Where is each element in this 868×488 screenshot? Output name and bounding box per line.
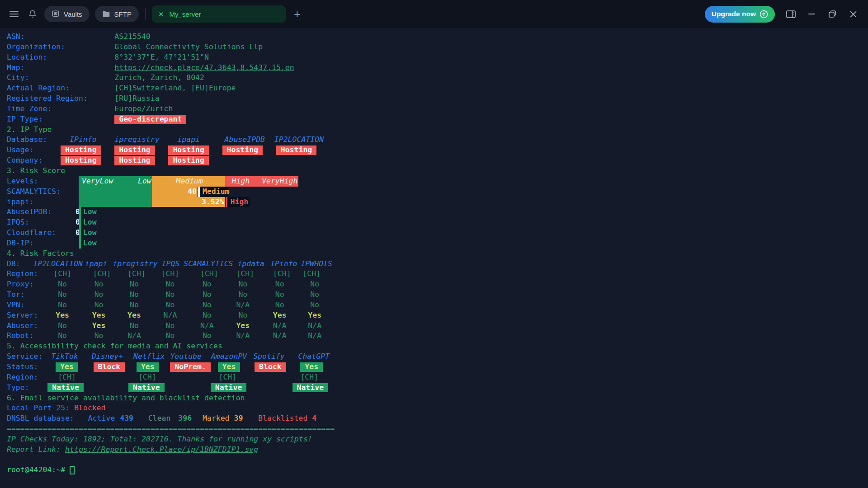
- report-link[interactable]: https://Report.Check.Place/ip/1BNZFDIP1.…: [65, 445, 258, 455]
- terminal-text: Status:: [7, 362, 38, 372]
- close-button[interactable]: [845, 6, 861, 22]
- terminal-text: [CH]: [273, 269, 291, 279]
- terminal-text: [CH]: [58, 372, 76, 383]
- terminal-line: AbuseIPDB:0Low: [7, 207, 868, 217]
- terminal-text: Location:: [7, 52, 47, 63]
- panel-toggle-button[interactable]: [783, 6, 798, 22]
- minimize-button[interactable]: [804, 6, 819, 22]
- terminal-line: Robot:NoNoN/ANoNoN/AN/AN/A: [7, 331, 868, 341]
- terminal-text: IPWHOIS: [301, 259, 332, 269]
- terminal-text: N/A: [200, 321, 214, 331]
- arrow-up-circle-icon: [760, 10, 768, 19]
- terminal-text: No: [130, 321, 139, 331]
- sftp-button[interactable]: SFTP: [95, 6, 139, 22]
- vaults-label: Vaults: [64, 10, 82, 18]
- terminal-text: ipapi:: [7, 197, 34, 207]
- terminal-text: Organization:: [7, 42, 65, 52]
- terminal-text: Blocked: [74, 403, 106, 413]
- map-link[interactable]: https://check.place/47.3643,8.5437,15,en: [114, 63, 294, 73]
- tab-label: My_server: [170, 10, 201, 18]
- menu-button[interactable]: [7, 8, 21, 20]
- terminal-text: Registered Region:: [7, 94, 88, 104]
- close-tab-icon[interactable]: ✕: [158, 11, 164, 18]
- terminal-text: Yes: [273, 310, 287, 321]
- terminal-text: Levels:: [7, 176, 38, 187]
- vaults-button[interactable]: Vaults: [44, 6, 90, 22]
- terminal-line: City:Zurich, Zurich, 8042: [7, 73, 868, 83]
- terminal-text: No: [275, 290, 284, 300]
- terminal-line: Server:YesYesYesN/ANoNoYesYes: [7, 310, 868, 321]
- section-title: 3. Risk Score: [7, 166, 65, 176]
- terminal-line: IP Type: Geo-discrepant: [7, 114, 868, 125]
- terminal-text: [79, 207, 81, 217]
- terminal-text: No: [166, 279, 175, 290]
- stats-line: IP Checks Today: 1892; Total: 202716. Th…: [7, 434, 312, 445]
- terminal-text: No: [130, 279, 139, 290]
- terminal-line: Usage: Hosting Hosting Hosting Hosting H…: [7, 145, 868, 155]
- separator: ========================================…: [7, 424, 335, 434]
- terminal-text: Native: [47, 383, 83, 393]
- notifications-button[interactable]: [26, 8, 39, 20]
- terminal-text: No: [94, 300, 104, 310]
- terminal-line: Tor:NoNoNoNoNoNoNoNo: [7, 290, 868, 300]
- terminal-line: Region:[CH][CH][CH][CH][CH][CH][CH][CH]: [7, 269, 868, 279]
- terminal[interactable]: ASN:AS215540Organization:Global Connecti…: [0, 28, 868, 488]
- terminal-text: TikTok: [51, 352, 78, 362]
- terminal-text: DB-IP:: [7, 238, 34, 249]
- terminal-line: 3. Risk Score: [7, 166, 868, 176]
- terminal-text: Yes: [92, 321, 106, 331]
- terminal-line: Local Port 25:Blocked: [7, 403, 868, 413]
- terminal-text: [CH]: [236, 269, 254, 279]
- geo-discrepant-badge: Geo-discrepant: [114, 115, 186, 124]
- section-title: 2. IP Type: [7, 125, 52, 135]
- terminal-text: Hosting: [114, 145, 155, 155]
- terminal-text: No: [166, 300, 175, 310]
- terminal-text: Disney+: [92, 352, 123, 362]
- terminal-line: Proxy:NoNoNoNoNoNoNoNo: [7, 279, 868, 290]
- terminal-text: No: [203, 290, 212, 300]
- terminal-text: High: [231, 176, 250, 187]
- terminal-text: 3.52%: [202, 197, 224, 207]
- maximize-button[interactable]: [825, 6, 840, 22]
- terminal-text: Zurich, Zurich, 8042: [114, 73, 204, 83]
- terminal-text: [79, 238, 81, 249]
- terminal-text: IPinfo: [70, 135, 97, 145]
- restore-icon: [829, 10, 836, 18]
- terminal-text: Hosting: [61, 156, 101, 165]
- terminal-text: No: [94, 279, 104, 290]
- terminal-text: VPN:: [7, 300, 25, 310]
- terminal-text: Active: [88, 413, 115, 424]
- terminal-text: No: [203, 300, 212, 310]
- terminal-text: No: [310, 290, 319, 300]
- terminal-text: [CH]: [53, 269, 71, 279]
- hamburger-icon: [9, 10, 19, 18]
- section-title: 4. Risk Factors: [7, 249, 74, 259]
- section-title: 6. Email service availability and blackl…: [7, 393, 245, 404]
- terminal-text: 4: [312, 413, 316, 424]
- terminal-text: Native: [128, 383, 164, 393]
- terminal-text: No: [203, 310, 212, 321]
- terminal-text: [226, 197, 227, 207]
- terminal-text: DNSBL database:: [7, 413, 74, 424]
- terminal-text: Time Zone:: [7, 104, 52, 114]
- terminal-text: N/A: [127, 331, 141, 341]
- new-tab-button[interactable]: +: [291, 9, 303, 20]
- upgrade-button[interactable]: Upgrade now: [705, 6, 775, 23]
- terminal-text: Yes: [300, 362, 323, 372]
- terminal-line: DB:IP2LOCATIONipapiipregistryIPQSSCAMALY…: [7, 259, 868, 269]
- tab-my-server[interactable]: ✕ My_server: [152, 5, 286, 23]
- terminal-text: No: [94, 331, 104, 341]
- terminal-text: No: [130, 290, 139, 300]
- terminal-line: root@44204:~#: [7, 465, 868, 475]
- terminal-text: Map:: [7, 63, 25, 73]
- terminal-text: Abuser:: [7, 321, 38, 331]
- terminal-line: Organization:Global Connectivity Solutio…: [7, 42, 868, 52]
- terminal-text: N/A: [273, 331, 287, 341]
- terminal-line: Database:IPinfoipregistryipapiAbuseIPDBI…: [7, 135, 868, 145]
- terminal-text: N/A: [164, 310, 177, 321]
- terminal-line: [7, 455, 868, 465]
- terminal-text: [CH]: [138, 372, 156, 383]
- terminal-text: AbuseIPDB: [225, 135, 265, 145]
- terminal-text: N/A: [308, 331, 321, 341]
- terminal-text: [CH]: [93, 269, 111, 279]
